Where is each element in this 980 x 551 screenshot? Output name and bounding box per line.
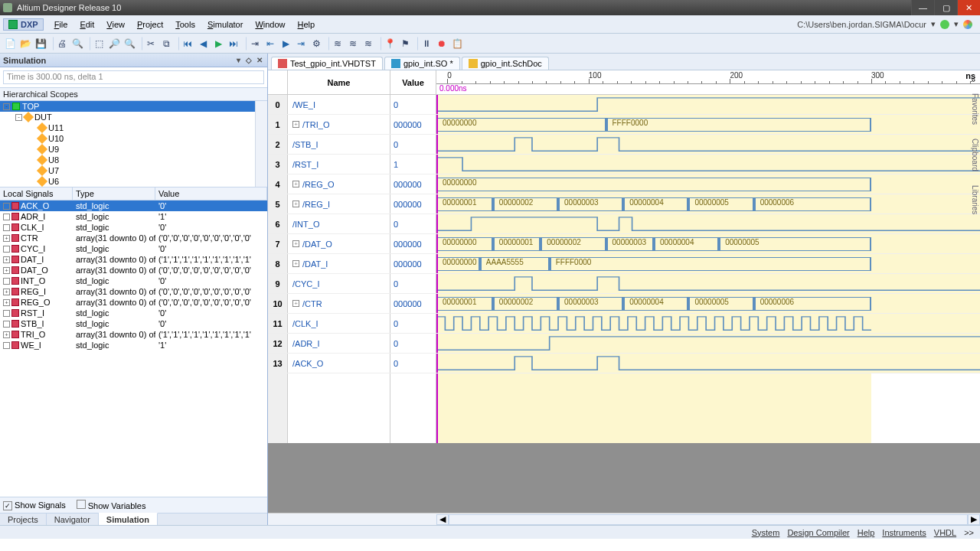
cursor-left-icon[interactable]: ⇤ [263, 37, 277, 51]
wave-row[interactable]: 12/ADR_I0 [268, 334, 980, 354]
cursor-play-icon[interactable]: ▶ [279, 37, 292, 51]
color-wheel-icon[interactable] [963, 20, 972, 29]
wave-row[interactable]: 6/INT_O0 [268, 214, 980, 234]
signals-grid[interactable]: ACK_Ostd_logic'0'ADR_Istd_logic'1'CLK_Is… [0, 201, 267, 497]
zoom-fit-icon[interactable]: ⬚ [92, 37, 106, 51]
close-panel-icon[interactable]: ✕ [255, 56, 264, 65]
dxp-button[interactable]: DXP [3, 18, 44, 31]
maximize-button[interactable]: ▢ [934, 0, 957, 15]
wave-row[interactable]: 4+/REG_O00000000000000 [268, 174, 980, 194]
tree-node[interactable]: U10 [0, 133, 267, 144]
dropdown-icon[interactable]: ▾ [234, 56, 243, 65]
menu-view[interactable]: View [100, 18, 131, 31]
tree-node[interactable]: -TOP [0, 101, 267, 112]
libraries-tab[interactable]: Libraries [966, 181, 980, 219]
first-icon[interactable]: ⏮ [181, 37, 194, 51]
zoom-in-icon[interactable]: 🔎 [107, 37, 121, 51]
menu-project[interactable]: Project [131, 18, 169, 31]
doc-tab[interactable]: gpio_int.SchDoc [462, 57, 549, 70]
signal-row[interactable]: INT_Ostd_logic'0' [0, 276, 267, 286]
doc-tab[interactable]: gpio_int.SO * [384, 57, 460, 70]
signal-row[interactable]: +REG_Iarray(31 downto 0) of :('0','0','0… [0, 286, 267, 297]
record-icon[interactable]: 📋 [450, 37, 464, 51]
recent-path[interactable]: C:\Users\ben.jordan.SIGMA\Docur [797, 20, 926, 29]
status-help[interactable]: Help [858, 528, 875, 537]
menu-help[interactable]: Help [292, 18, 322, 31]
settings-icon[interactable]: ⚙ [309, 37, 323, 51]
wave-row[interactable]: 2/STB_I0 [268, 135, 980, 155]
signal-row[interactable]: CYC_Istd_logic'0' [0, 243, 267, 254]
print-icon[interactable]: 🖨 [55, 37, 69, 51]
panel-header[interactable]: Simulation ▾ ◇ ✕ [0, 54, 267, 67]
waveform-rows[interactable]: 0/WE_I01+/TRI_O00000000000000FFFF00002/S… [268, 95, 980, 373]
copy-icon[interactable]: ⧉ [159, 37, 173, 51]
close-button[interactable]: ✕ [957, 0, 980, 15]
signal-row[interactable]: ACK_Ostd_logic'0' [0, 201, 267, 211]
last-icon[interactable]: ⏭ [227, 37, 240, 51]
favorites-tab[interactable]: Favorites [966, 89, 980, 129]
wave-row[interactable]: 9/CYC_I0 [268, 274, 980, 294]
tree-node[interactable]: U9 [0, 144, 267, 155]
minimize-button[interactable]: — [911, 0, 934, 15]
clipboard-tab[interactable]: Clipboard [966, 134, 980, 176]
marker-icon[interactable]: 📍 [383, 37, 397, 51]
signal-row[interactable]: CLK_Istd_logic'0' [0, 222, 267, 233]
flag-icon[interactable]: ⚑ [398, 37, 412, 51]
signal-row[interactable]: ADR_Istd_logic'1' [0, 211, 267, 222]
tree-node[interactable]: U11 [0, 122, 267, 133]
wave-row[interactable]: 7+/DAT_O00000000000000000000010000000200… [268, 234, 980, 254]
wave-row[interactable]: 3/RST_I1 [268, 155, 980, 174]
cut-icon[interactable]: ✂ [144, 37, 158, 51]
show-signals-checkbox[interactable]: ✓ Show Signals [3, 500, 66, 510]
signal-row[interactable]: RST_Istd_logic'0' [0, 308, 267, 318]
status-more[interactable]: >> [964, 528, 974, 537]
pin-icon[interactable]: ◇ [244, 56, 253, 65]
cursor-right-icon[interactable]: ⇥ [294, 37, 308, 51]
tree-node[interactable]: U6 [0, 176, 267, 187]
more-icon[interactable]: » [966, 75, 980, 84]
wave-a-icon[interactable]: ≋ [331, 37, 345, 51]
status-design-compiler[interactable]: Design Compiler [787, 528, 849, 537]
save-icon[interactable]: 💾 [34, 37, 47, 51]
tree-node[interactable]: -DUT [0, 112, 267, 122]
menu-simulator[interactable]: Simulator [201, 18, 249, 31]
wave-c-icon[interactable]: ≋ [361, 37, 375, 51]
tree-node[interactable]: U8 [0, 155, 267, 165]
status-system[interactable]: System [752, 528, 780, 537]
menu-file[interactable]: File [48, 18, 74, 31]
signal-row[interactable]: +CTRarray(31 downto 0) of :('0','0','0',… [0, 233, 267, 243]
menu-tools[interactable]: Tools [169, 18, 201, 31]
show-variables-checkbox[interactable]: Show Variables [77, 500, 146, 510]
wave-row[interactable]: 0/WE_I0 [268, 95, 980, 115]
step-icon[interactable]: ⇥ [248, 37, 262, 51]
preview-icon[interactable]: 🔍 [70, 37, 84, 51]
new-icon[interactable]: 📄 [3, 37, 17, 51]
doc-tab[interactable]: Test_gpio_int.VHDTST [271, 57, 383, 70]
signal-row[interactable]: STB_Istd_logic'0' [0, 318, 267, 329]
signal-row[interactable]: +DAT_Iarray(31 downto 0) of :('1','1','1… [0, 254, 267, 265]
horizontal-scrollbar[interactable]: ◀▶ [268, 513, 980, 525]
signal-row[interactable]: +REG_Oarray(31 downto 0) of :('0','0','0… [0, 297, 267, 308]
scrollbar[interactable] [255, 101, 267, 187]
wave-row[interactable]: 5+/REG_I00000000000001000000020000000300… [268, 194, 980, 214]
wave-row[interactable]: 13/ACK_O0 [268, 354, 980, 373]
signal-row[interactable]: +DAT_Oarray(31 downto 0) of :('0','0','0… [0, 265, 267, 276]
status-instruments[interactable]: Instruments [882, 528, 926, 537]
status-vhdl[interactable]: VHDL [934, 528, 956, 537]
menu-edit[interactable]: Edit [74, 18, 100, 31]
tab-simulation[interactable]: Simulation [99, 513, 158, 525]
signal-row[interactable]: WE_Istd_logic'1' [0, 340, 267, 350]
time-ruler[interactable]: 0100200300 0.000ns ns [436, 70, 980, 94]
tab-projects[interactable]: Projects [0, 514, 47, 525]
menu-window[interactable]: Window [249, 18, 291, 31]
hierarchy-tree[interactable]: -TOP-DUTU11U10U9U8U7U6 [0, 101, 267, 187]
zoom-out-icon[interactable]: 🔍 [122, 37, 136, 51]
tab-navigator[interactable]: Navigator [47, 514, 99, 525]
prev-icon[interactable]: ◀ [196, 37, 210, 51]
pause-icon[interactable]: ⏸ [420, 37, 433, 51]
signal-row[interactable]: +TRI_Oarray(31 downto 0) of :('1','1','1… [0, 329, 267, 340]
tree-node[interactable]: U7 [0, 165, 267, 176]
wave-row[interactable]: 8+/DAT_I00000000000000AAAA5555FFFF0000 [268, 254, 980, 274]
wave-row[interactable]: 10+/CTR000000000000010000000200000003000… [268, 294, 980, 314]
play-icon[interactable]: ▶ [211, 37, 225, 51]
